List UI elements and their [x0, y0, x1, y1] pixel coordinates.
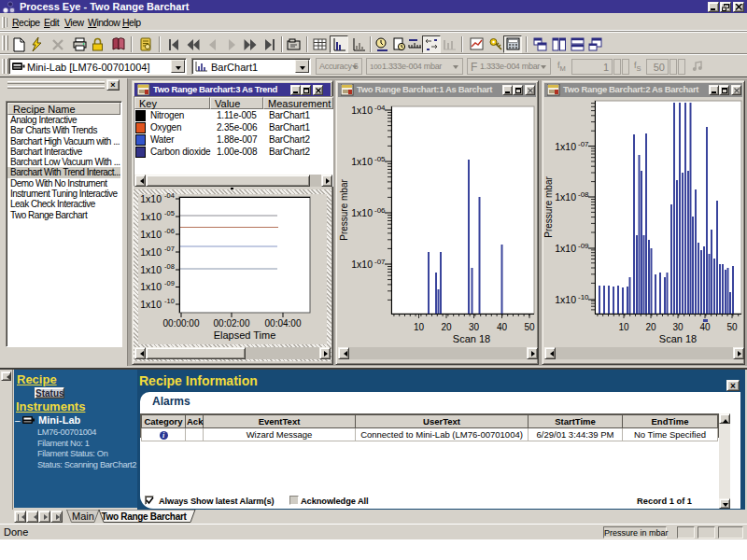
svg-text:1x10: 1x10 — [351, 207, 373, 218]
svg-text:1x10: 1x10 — [140, 281, 162, 292]
svg-text:1x10: 1x10 — [140, 299, 162, 310]
svg-text:1x10: 1x10 — [555, 294, 576, 305]
svg-text:40: 40 — [497, 322, 508, 332]
svg-text:1x10: 1x10 — [351, 259, 373, 270]
svg-text:-04: -04 — [164, 191, 175, 200]
svg-text:-10: -10 — [164, 297, 175, 305]
svg-text:20: 20 — [645, 322, 656, 332]
svg-text:-07: -07 — [164, 245, 175, 253]
svg-text:Scan 18: Scan 18 — [659, 333, 697, 344]
svg-text:-08: -08 — [164, 262, 175, 271]
svg-text:-08: -08 — [578, 190, 589, 199]
svg-text:Pressure mbar: Pressure mbar — [543, 176, 554, 238]
svg-text:20: 20 — [441, 322, 452, 332]
svg-text:Scan 18: Scan 18 — [453, 333, 490, 344]
svg-text:Pressure mbar: Pressure mbar — [339, 179, 349, 241]
svg-text:-07: -07 — [578, 140, 589, 148]
svg-text:00:02:00: 00:02:00 — [214, 318, 250, 329]
svg-text:1x10: 1x10 — [555, 243, 576, 254]
svg-text:1x10: 1x10 — [140, 229, 162, 240]
svg-text:1x10: 1x10 — [555, 191, 576, 203]
svg-text:-09: -09 — [578, 242, 589, 250]
svg-text:1x10: 1x10 — [140, 211, 162, 222]
svg-text:-06: -06 — [164, 227, 175, 235]
svg-text:50: 50 — [726, 322, 738, 332]
svg-text:-07: -07 — [374, 258, 386, 266]
svg-text:00:00:00: 00:00:00 — [163, 318, 200, 329]
svg-text:-05: -05 — [164, 209, 175, 217]
svg-text:1x10: 1x10 — [555, 141, 576, 152]
svg-text:Elapsed Time: Elapsed Time — [214, 329, 276, 341]
svg-text:Two Range Barchart: Two Range Barchart — [101, 511, 187, 522]
svg-text:1x10: 1x10 — [351, 156, 373, 167]
svg-text:10: 10 — [414, 322, 425, 332]
svg-text:-10: -10 — [578, 293, 589, 301]
svg-text:-05: -05 — [374, 155, 386, 163]
svg-text:-09: -09 — [164, 279, 175, 287]
svg-text:00:04:00: 00:04:00 — [265, 318, 302, 329]
svg-text:10: 10 — [618, 322, 629, 332]
svg-text:30: 30 — [672, 322, 684, 332]
svg-text:Main: Main — [72, 511, 94, 522]
svg-text:1x10: 1x10 — [140, 246, 162, 258]
svg-text:40: 40 — [699, 322, 711, 332]
svg-text:-04: -04 — [374, 104, 386, 112]
svg-text:1x10: 1x10 — [140, 264, 162, 275]
svg-text:1x10: 1x10 — [140, 193, 162, 204]
svg-text:1x10: 1x10 — [351, 105, 373, 116]
svg-text:50: 50 — [524, 322, 535, 332]
svg-text:-06: -06 — [374, 206, 386, 215]
svg-text:30: 30 — [469, 322, 480, 332]
